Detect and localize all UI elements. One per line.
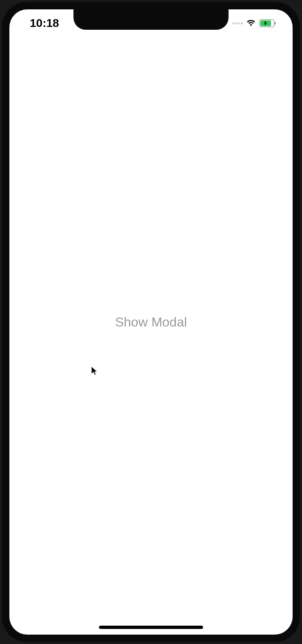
battery-charging-icon: [259, 19, 276, 27]
status-icons: [232, 19, 276, 27]
show-modal-button[interactable]: Show Modal: [115, 315, 187, 330]
home-indicator[interactable]: [99, 626, 203, 629]
main-content: Show Modal: [9, 9, 293, 635]
screen: 10:18: [9, 9, 293, 635]
status-time: 10:18: [30, 17, 59, 30]
cellular-signal-icon: [232, 22, 243, 24]
cursor-icon: [91, 366, 98, 376]
device-frame: 10:18: [2, 2, 300, 642]
notch: [73, 9, 229, 30]
wifi-icon: [246, 20, 256, 27]
